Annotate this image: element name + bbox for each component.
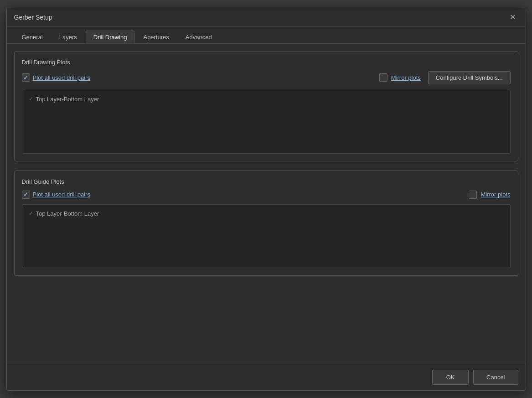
plot-all-pairs-guide-label[interactable]: Plot all used drill pairs bbox=[33, 191, 90, 198]
plot-all-pairs-guide-wrapper[interactable]: Plot all used drill pairs bbox=[22, 191, 90, 199]
plot-all-pairs-drawing-checkbox[interactable] bbox=[22, 73, 30, 82]
mirror-plots-drawing-checkbox[interactable] bbox=[379, 73, 387, 82]
tab-bar: General Layers Drill Drawing Apertures A… bbox=[7, 27, 526, 44]
mirror-plots-guide-label[interactable]: Mirror plots bbox=[480, 191, 510, 198]
drill-guide-item-0: ✓ Top Layer-Bottom Layer bbox=[26, 208, 506, 219]
title-bar: Gerber Setup ✕ bbox=[7, 8, 526, 27]
mirror-plots-drawing-section: Mirror plots bbox=[379, 73, 421, 82]
cancel-button[interactable]: Cancel bbox=[473, 370, 518, 385]
ok-button[interactable]: OK bbox=[432, 370, 469, 385]
drill-drawing-plots-row: Plot all used drill pairs Mirror plots C… bbox=[22, 71, 511, 84]
close-button[interactable]: ✕ bbox=[507, 13, 518, 22]
drill-drawing-plots-label: Drill Drawing Plots bbox=[22, 59, 511, 66]
plot-all-pairs-drawing-wrapper[interactable]: Plot all used drill pairs bbox=[22, 73, 90, 82]
drill-drawing-plots-section: Drill Drawing Plots Plot all used drill … bbox=[14, 51, 518, 161]
drill-drawing-item-0-label: Top Layer-Bottom Layer bbox=[36, 96, 99, 103]
mirror-plots-guide-checkbox[interactable] bbox=[469, 191, 477, 199]
mirror-plots-guide-section: Mirror plots bbox=[469, 191, 510, 199]
drill-guide-item-0-check: ✓ bbox=[29, 210, 33, 217]
tab-apertures[interactable]: Apertures bbox=[135, 31, 176, 43]
plot-all-pairs-drawing-label[interactable]: Plot all used drill pairs bbox=[33, 74, 90, 81]
drill-guide-list: ✓ Top Layer-Bottom Layer bbox=[22, 204, 511, 268]
drill-drawing-item-0: ✓ Top Layer-Bottom Layer bbox=[26, 94, 506, 104]
drill-drawing-list: ✓ Top Layer-Bottom Layer bbox=[22, 90, 511, 154]
gerber-setup-dialog: Gerber Setup ✕ General Layers Drill Draw… bbox=[6, 8, 526, 391]
tab-drill-drawing[interactable]: Drill Drawing bbox=[86, 31, 135, 43]
dialog-footer: OK Cancel bbox=[7, 364, 526, 390]
mirror-plots-drawing-label[interactable]: Mirror plots bbox=[391, 74, 421, 81]
drill-guide-plots-label: Drill Guide Plots bbox=[22, 178, 511, 185]
tab-content: Drill Drawing Plots Plot all used drill … bbox=[7, 44, 526, 364]
plot-all-pairs-guide-checkbox[interactable] bbox=[22, 191, 30, 199]
tab-advanced[interactable]: Advanced bbox=[178, 31, 220, 43]
drill-drawing-item-0-check: ✓ bbox=[29, 96, 33, 102]
tab-general[interactable]: General bbox=[14, 31, 51, 43]
drill-guide-plots-section: Drill Guide Plots Plot all used drill pa… bbox=[14, 171, 518, 276]
dialog-title: Gerber Setup bbox=[14, 14, 52, 21]
drill-guide-plots-row: Plot all used drill pairs Mirror plots bbox=[22, 191, 511, 199]
tab-layers[interactable]: Layers bbox=[52, 31, 85, 43]
drill-guide-item-0-label: Top Layer-Bottom Layer bbox=[36, 210, 99, 217]
configure-drill-symbols-button[interactable]: Configure Drill Symbols... bbox=[428, 71, 511, 84]
